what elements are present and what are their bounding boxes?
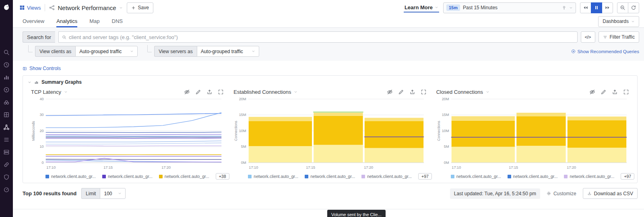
closed-connections-plot[interactable]: 0M5M10M15M20MConnections17:1017:1517:20	[436, 96, 629, 172]
svg-text:17:10: 17:10	[249, 165, 258, 169]
save-button[interactable]: Save	[127, 2, 153, 13]
containers-icon[interactable]	[3, 112, 10, 118]
export-icon[interactable]	[409, 89, 415, 95]
view-clients-select[interactable]: Auto-grouped traffic	[75, 46, 138, 57]
chevron-down-icon[interactable]	[569, 6, 573, 10]
export-icon[interactable]	[206, 89, 213, 95]
zoom-out-icon	[620, 5, 625, 10]
filter-icon	[603, 35, 607, 39]
download-csv-button[interactable]: Download as CSV	[583, 188, 638, 199]
show-controls-link[interactable]: Show Controls	[23, 66, 61, 71]
search-box[interactable]	[58, 31, 578, 43]
forward-icon	[605, 5, 610, 10]
pencil-icon[interactable]	[601, 89, 607, 95]
svg-text:17:15: 17:15	[103, 165, 113, 169]
view-servers-select[interactable]: Auto-grouped traffic	[197, 46, 259, 57]
chart-toolbar	[589, 89, 629, 95]
collapse-chevron-icon[interactable]	[28, 81, 31, 84]
view-title-dropdown[interactable]: Network Performance	[49, 4, 122, 11]
network-icon[interactable]	[3, 124, 10, 130]
eye-off-icon[interactable]	[387, 89, 393, 95]
tab-dns[interactable]: DNS	[112, 15, 123, 27]
filter-traffic-button[interactable]: Filter Traffic	[599, 31, 639, 43]
chevron-down-icon	[130, 50, 134, 53]
chart-title[interactable]: TCP Latency	[31, 89, 61, 95]
search-input[interactable]	[69, 34, 574, 40]
zoom-out-button[interactable]	[617, 2, 628, 13]
legend-label: network.client.auto_gr...	[108, 174, 153, 179]
refresh-icon	[631, 5, 636, 10]
dashboards-button[interactable]: Dashboards	[598, 16, 639, 27]
link-icon[interactable]	[3, 161, 10, 168]
tcp-latency-plot[interactable]: 010203040Milliseconds17:1017:1517:20	[31, 96, 224, 172]
legend-item[interactable]: network.client.auto_gr...	[305, 174, 355, 179]
legend-label: network.client.auto_gr...	[456, 174, 501, 179]
legend-item[interactable]: network.client.auto_gr...	[508, 174, 558, 179]
view-as-row: View clients as Auto-grouped traffic Vie…	[23, 46, 639, 57]
pencil-icon[interactable]	[398, 89, 404, 95]
legend-label: network.client.auto_gr...	[310, 174, 355, 179]
tab-overview[interactable]: Overview	[23, 15, 44, 27]
summary-graphs-header[interactable]: Summary Graphs	[23, 76, 637, 86]
security-icon[interactable]	[3, 174, 10, 180]
established-connections-plot[interactable]: 0M5M10M15M20MConnections17:1017:1517:20	[233, 96, 426, 172]
show-recommended-queries-link[interactable]: Show Recommended Queries	[571, 49, 639, 54]
rewind-button[interactable]	[580, 2, 591, 13]
chevron-down-icon[interactable]	[294, 90, 297, 94]
pencil-icon[interactable]	[195, 89, 201, 95]
pin-icon[interactable]	[562, 6, 566, 10]
bar-chart-icon	[34, 80, 39, 85]
svg-text:Milliseconds: Milliseconds	[31, 121, 35, 141]
chart-closed-connections: Closed Connections 0M5M10M15M20MConnecti…	[431, 87, 634, 180]
svg-text:17:20: 17:20	[161, 165, 171, 169]
search-icon[interactable]	[3, 49, 10, 56]
expand-icon[interactable]	[421, 89, 427, 95]
watchdog-icon[interactable]	[3, 87, 10, 93]
legend-item[interactable]: network.client.auto_gr...	[564, 174, 614, 179]
legend-label: network.client.auto_gr...	[513, 174, 558, 179]
pause-button[interactable]	[591, 2, 602, 13]
ci-icon[interactable]	[3, 186, 10, 193]
chart-title[interactable]: Closed Connections	[436, 89, 483, 95]
chevron-down-icon[interactable]	[64, 90, 68, 94]
metrics-icon[interactable]	[3, 74, 10, 81]
hosts-icon[interactable]	[3, 149, 10, 155]
playback-controls	[580, 2, 613, 13]
legend-item[interactable]: network.client.auto_gr...	[361, 174, 412, 179]
chevron-down-icon[interactable]	[486, 90, 489, 94]
datadog-logo-icon[interactable]	[0, 0, 13, 14]
eye-off-icon[interactable]	[184, 89, 190, 95]
views-button[interactable]: Views	[19, 5, 41, 11]
forward-button[interactable]	[602, 2, 613, 13]
dashboards-label: Dashboards	[603, 19, 629, 24]
svg-text:17:10: 17:10	[452, 165, 461, 169]
time-range-picker[interactable]: 15m Past 15 Minutes	[443, 2, 576, 13]
chart-title[interactable]: Established Connections	[233, 89, 291, 95]
export-icon[interactable]	[612, 89, 618, 95]
legend-swatch	[102, 175, 106, 178]
gear-icon	[547, 191, 551, 196]
eye-off-icon[interactable]	[589, 89, 595, 95]
legend-more-badge[interactable]: +38	[216, 173, 229, 180]
legend-item[interactable]: network.client.auto_gr...	[102, 174, 153, 179]
tab-analytics[interactable]: Analytics	[56, 15, 77, 27]
limit-select[interactable]: 100	[100, 188, 126, 199]
legend-item[interactable]: network.client.auto_gr...	[248, 174, 298, 179]
legend-item[interactable]: network.client.auto_gr...	[45, 174, 96, 179]
history-icon[interactable]	[3, 62, 10, 68]
legend-more-badge[interactable]: +97	[418, 173, 432, 180]
plus-icon	[131, 6, 136, 10]
legend-item[interactable]: network.client.auto_gr...	[451, 174, 501, 179]
logs-icon[interactable]	[3, 136, 10, 143]
expand-icon[interactable]	[623, 89, 629, 95]
code-view-button[interactable]: </>	[581, 31, 595, 43]
learn-more-button[interactable]: Learn More	[404, 3, 439, 12]
refresh-button[interactable]	[628, 2, 639, 13]
legend-item[interactable]: network.client.auto_gr...	[159, 174, 209, 179]
expand-icon[interactable]	[218, 89, 224, 95]
svg-text:20M: 20M	[239, 97, 246, 101]
binoculars-icon[interactable]	[3, 99, 10, 105]
tab-map[interactable]: Map	[89, 15, 99, 27]
legend-more-badge[interactable]: +97	[621, 173, 634, 180]
customize-button[interactable]: Customize	[547, 191, 576, 196]
